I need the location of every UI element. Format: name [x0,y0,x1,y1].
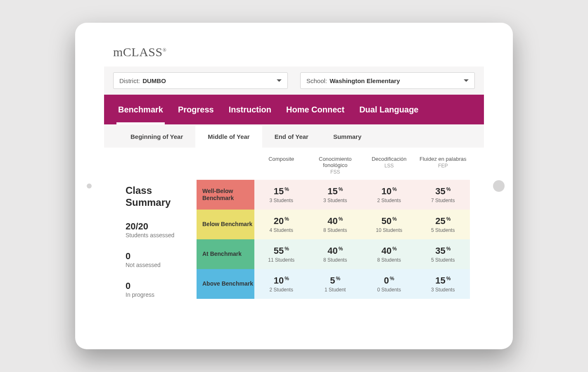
benchmark-row-ab: At Benchmark55%11 Students40%8 Students4… [197,239,470,269]
cell-percent: 35% [416,186,470,197]
home-button-icon[interactable] [493,180,505,192]
summary-stat: 20/20Students assessed [126,221,197,238]
cell-percent: 25% [416,216,470,227]
data-cell: 50%10 Students [362,210,416,239]
subtab-summary[interactable]: Summary [321,126,374,148]
data-cell: 40%8 Students [362,239,416,269]
cell-students: 3 Students [416,287,470,293]
cell-percent: 40% [362,246,416,256]
data-cell: 0%0 Students [362,269,416,299]
stat-number: 20/20 [126,221,197,232]
column-subtitle: LSS [365,163,414,169]
district-label: District: [119,77,142,84]
cell-percent: 40% [308,216,363,227]
school-label: School: [306,77,329,84]
row-label: Well-Below Benchmark [197,180,254,210]
column-title: Decodificación [372,156,407,162]
cell-percent: 0% [362,275,416,286]
cell-percent: 20% [254,216,308,227]
benchmark-row-wb: Well-Below Benchmark15%3 Students15%3 St… [197,180,470,210]
subtab-middle-of-year[interactable]: Middle of Year [195,126,262,148]
column-header: Conocimiento fonológicoFSS [308,148,363,180]
column-header: DecodificaciónLSS [362,148,416,180]
cell-students: 10 Students [362,227,416,233]
summary-grid: CompositeConocimiento fonológicoFSSDecod… [197,148,470,310]
column-title: Fluidez en palabras [420,156,466,162]
brand-text: mCLASS [113,45,163,59]
column-subtitle: FEP [419,163,468,169]
app-root: mCLASS® District: DUMBO School: Washingt… [104,40,484,349]
benchmark-row-av: Above Benchmark10%2 Students5%1 Student0… [197,269,470,299]
cell-percent: 15% [416,275,470,286]
stat-label: In progress [126,291,197,298]
nav-item-benchmark[interactable]: Benchmark [118,95,163,124]
cell-percent: 55% [254,246,308,256]
cell-students: 5 Students [416,227,470,233]
data-cell: 5%1 Student [308,269,363,299]
tablet-frame: mCLASS® District: DUMBO School: Washingt… [75,23,513,349]
data-cell: 35%5 Students [416,239,470,269]
data-cell: 35%7 Students [416,180,470,210]
class-summary-heading: Class Summary [126,185,197,209]
cell-students: 8 Students [362,257,416,263]
summary-left: Class Summary 20/20Students assessed0Not… [118,148,197,310]
summary-stat: 0In progress [126,281,197,298]
cell-students: 8 Students [308,227,363,233]
cell-students: 5 Students [416,257,470,263]
data-cell: 40%8 Students [308,210,363,239]
cell-percent: 10% [254,275,308,286]
brand-title: mCLASS® [104,40,484,67]
period-tabs: Beginning of YearMiddle of YearEnd of Ye… [104,124,484,148]
data-cell: 40%8 Students [308,239,363,269]
cell-students: 8 Students [308,257,363,263]
summary-panel: Class Summary 20/20Students assessed0Not… [118,148,470,310]
data-cell: 15%3 Students [308,180,363,210]
column-headers: CompositeConocimiento fonológicoFSSDecod… [197,148,470,180]
column-title: Conocimiento fonológico [319,156,352,168]
stat-label: Not assessed [126,262,197,268]
cell-students: 2 Students [362,198,416,203]
stat-number: 0 [126,281,197,291]
school-value: Washington Elementary [330,77,400,84]
cell-percent: 15% [308,186,363,197]
selector-row: District: DUMBO School: Washington Eleme… [104,67,484,95]
column-subtitle: FSS [311,169,360,175]
cell-percent: 10% [362,186,416,197]
cell-students: 3 Students [308,198,363,203]
cell-students: 2 Students [254,287,308,293]
cell-students: 7 Students [416,198,470,203]
summary-stat: 0Not assessed [126,251,197,268]
nav-item-home-connect[interactable]: Home Connect [286,95,344,124]
header-spacer [197,148,254,180]
cell-students: 1 Student [308,287,363,293]
district-value: DUMBO [142,77,166,84]
subtab-end-of-year[interactable]: End of Year [262,126,321,148]
nav-item-progress[interactable]: Progress [178,95,214,124]
nav-item-dual-language[interactable]: Dual Language [359,95,418,124]
column-title: Composite [268,156,294,162]
data-cell: 20%4 Students [254,210,308,239]
row-label: Above Benchmark [197,269,254,299]
cell-students: 4 Students [254,227,308,233]
nav-item-instruction[interactable]: Instruction [229,95,271,124]
district-select[interactable]: District: DUMBO [113,72,288,89]
column-header: Composite [254,148,308,180]
cell-percent: 50% [362,216,416,227]
subtab-beginning-of-year[interactable]: Beginning of Year [118,126,195,148]
cell-percent: 15% [254,186,308,197]
stat-label: Students assessed [126,232,197,238]
column-header: Fluidez en palabrasFEP [416,148,470,180]
benchmark-row-bb: Below Benchmark20%4 Students40%8 Student… [197,210,470,239]
cell-percent: 35% [416,246,470,256]
chevron-down-icon [464,79,469,82]
data-cell: 15%3 Students [416,269,470,299]
school-select[interactable]: School: Washington Elementary [300,72,475,89]
data-cell: 25%5 Students [416,210,470,239]
cell-students: 0 Students [362,287,416,293]
cell-percent: 40% [308,246,363,256]
row-label: At Benchmark [197,239,254,269]
cell-percent: 5% [308,275,363,286]
camera-dot-icon [87,184,92,188]
stat-number: 0 [126,251,197,262]
data-cell: 10%2 Students [362,180,416,210]
